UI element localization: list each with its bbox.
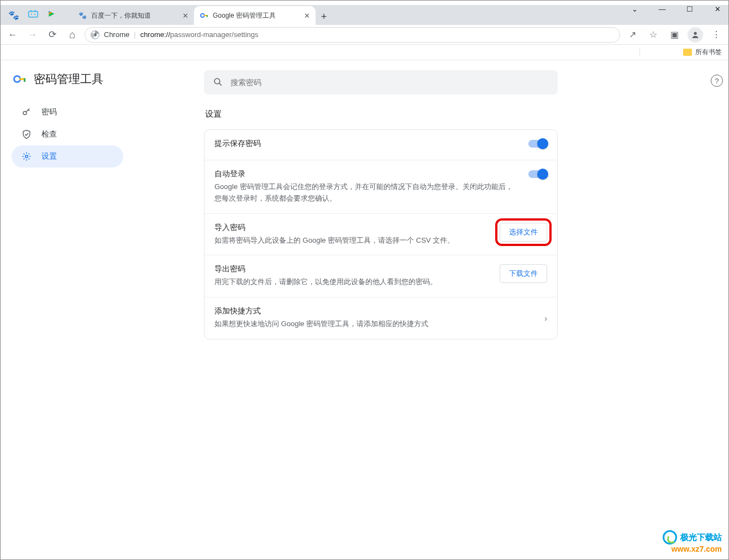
share-icon[interactable]: ↗: [625, 27, 640, 43]
watermark-text2: www.xz7.com: [663, 545, 722, 554]
app-icon-baidu[interactable]: 🐾: [8, 10, 19, 20]
omnibox[interactable]: Chrome | chrome://password-manager/setti…: [85, 27, 620, 43]
sidebar-item-label: 检查: [41, 129, 57, 139]
svg-point-0: [201, 14, 204, 18]
svg-rect-3: [29, 12, 38, 18]
search-input-wrap[interactable]: [204, 70, 558, 95]
svg-point-15: [25, 155, 28, 158]
svg-point-6: [31, 14, 32, 15]
page-title: 密码管理工具: [34, 71, 103, 87]
tab-baidu[interactable]: 🐾 百度一下，你就知道 ✕: [72, 6, 194, 25]
row-title: 自动登录: [214, 169, 520, 179]
row-auto-login: 自动登录 Google 密码管理工具会记住您的登录方式，并在可能的情况下自动为您…: [204, 160, 557, 214]
toggle-save-prompt[interactable]: [528, 140, 547, 148]
bookmarks-bar: 所有书签: [1, 45, 728, 60]
toggle-auto-login[interactable]: [528, 170, 547, 178]
url-path: password-manager/settings: [170, 30, 259, 39]
tab-label: Google 密码管理工具: [213, 11, 276, 20]
search-icon: [213, 77, 223, 88]
row-desc: 用完下载的文件后，请删除它，以免使用此设备的他人看到您的密码。: [214, 276, 491, 288]
bookmark-star-icon[interactable]: ☆: [646, 27, 661, 43]
svg-rect-2: [207, 15, 208, 17]
svg-rect-13: [24, 78, 25, 82]
new-tab-button[interactable]: +: [316, 8, 332, 25]
window-close-icon[interactable]: ✕: [710, 3, 725, 15]
url-separator: |: [134, 30, 135, 39]
svg-line-17: [219, 83, 222, 85]
chevron-right-icon: ›: [544, 314, 547, 323]
home-button[interactable]: ⌂: [65, 27, 80, 43]
kebab-menu-icon[interactable]: ⋮: [709, 27, 724, 43]
close-tab-icon[interactable]: ✕: [304, 12, 310, 20]
window-maximize-icon[interactable]: ☐: [682, 3, 697, 15]
row-desc: 如果想更快速地访问 Google 密码管理工具，请添加相应的快捷方式: [214, 318, 536, 330]
bm-separator: [639, 48, 640, 56]
shield-check-icon: [22, 129, 32, 139]
window-controls: ⌄ — ☐ ✕: [627, 3, 725, 15]
address-bar-row: ← → ⟳ ⌂ Chrome | chrome://password-manag…: [1, 25, 728, 45]
choose-file-button[interactable]: 选择文件: [500, 223, 547, 242]
folder-icon: [683, 49, 692, 56]
sidebar-item-settings[interactable]: 设置: [12, 145, 123, 168]
watermark: 极光下载站 www.xz7.com: [663, 530, 722, 554]
chrome-icon: [91, 30, 99, 39]
brand-key-icon: [13, 72, 26, 86]
window-chevron-icon[interactable]: ⌄: [627, 3, 642, 15]
row-title: 提示保存密码: [214, 139, 520, 149]
row-import-passwords: 导入密码 如需将密码导入此设备上的 Google 密码管理工具，请选择一个 CS…: [204, 214, 557, 256]
forward-button[interactable]: →: [25, 27, 40, 43]
section-title: 设置: [205, 109, 697, 119]
sidebar-item-checkup[interactable]: 检查: [12, 123, 123, 145]
gear-icon: [22, 151, 32, 161]
sidebar-item-label: 设置: [41, 151, 57, 161]
svg-point-10: [694, 32, 696, 34]
row-title: 导出密码: [214, 264, 491, 274]
window-minimize-icon[interactable]: —: [654, 3, 670, 15]
tab-label: 百度一下，你就知道: [91, 11, 151, 20]
watermark-text1: 极光下载站: [680, 532, 722, 542]
svg-point-14: [23, 112, 27, 115]
sidebar-item-label: 密码: [41, 107, 57, 117]
tab-google-passwords[interactable]: Google 密码管理工具 ✕: [194, 6, 316, 25]
profile-avatar-icon[interactable]: [688, 27, 703, 43]
tab-strip: 🐾 百度一下，你就知道 ✕ Google 密码管理工具 ✕ +: [1, 5, 728, 25]
app-icon-bilibili[interactable]: [28, 10, 38, 20]
close-tab-icon[interactable]: ✕: [182, 12, 188, 20]
content-area: 密码管理工具 密码 检查 设置 ?: [1, 60, 728, 559]
baidu-favicon-icon: 🐾: [78, 11, 87, 20]
row-title: 导入密码: [214, 223, 491, 233]
row-add-shortcut[interactable]: 添加快捷方式 如果想更快速地访问 Google 密码管理工具，请添加相应的快捷方…: [204, 297, 557, 339]
svg-point-7: [34, 14, 35, 15]
all-bookmarks-link[interactable]: 所有书签: [695, 48, 722, 57]
key-icon: [22, 107, 32, 117]
row-save-prompt: 提示保存密码: [204, 130, 557, 160]
brand-row: 密码管理工具: [12, 71, 200, 87]
row-desc: Google 密码管理工具会记住您的登录方式，并在可能的情况下自动为您登录。关闭…: [214, 181, 520, 205]
main-panel: ? 设置 提示保存密码 自动登录 Google 密码管理工具会记住您的登录方式，…: [204, 60, 728, 559]
app-icon-tencent-video[interactable]: [47, 9, 56, 20]
help-icon[interactable]: ?: [711, 75, 723, 87]
search-input[interactable]: [230, 78, 549, 87]
svg-point-16: [214, 78, 220, 84]
sidebar-item-passwords[interactable]: 密码: [12, 101, 123, 123]
row-export-passwords: 导出密码 用完下载的文件后，请删除它，以免使用此设备的他人看到您的密码。 下载文…: [204, 255, 557, 297]
back-button[interactable]: ←: [5, 27, 20, 43]
download-file-button[interactable]: 下载文件: [500, 264, 547, 283]
row-title: 添加快捷方式: [214, 306, 536, 316]
url-security-label: Chrome: [104, 30, 129, 39]
swirl-logo-icon: [663, 530, 677, 545]
settings-card: 提示保存密码 自动登录 Google 密码管理工具会记住您的登录方式，并在可能的…: [204, 129, 558, 339]
google-key-favicon-icon: [200, 11, 208, 20]
reload-button[interactable]: ⟳: [45, 27, 60, 43]
svg-point-11: [14, 76, 20, 82]
side-panel-icon[interactable]: ▣: [667, 27, 682, 43]
row-desc: 如需将密码导入此设备上的 Google 密码管理工具，请选择一个 CSV 文件。: [214, 235, 491, 247]
url-host: chrome://: [140, 30, 170, 39]
sidebar: 密码管理工具 密码 检查 设置: [1, 60, 204, 559]
